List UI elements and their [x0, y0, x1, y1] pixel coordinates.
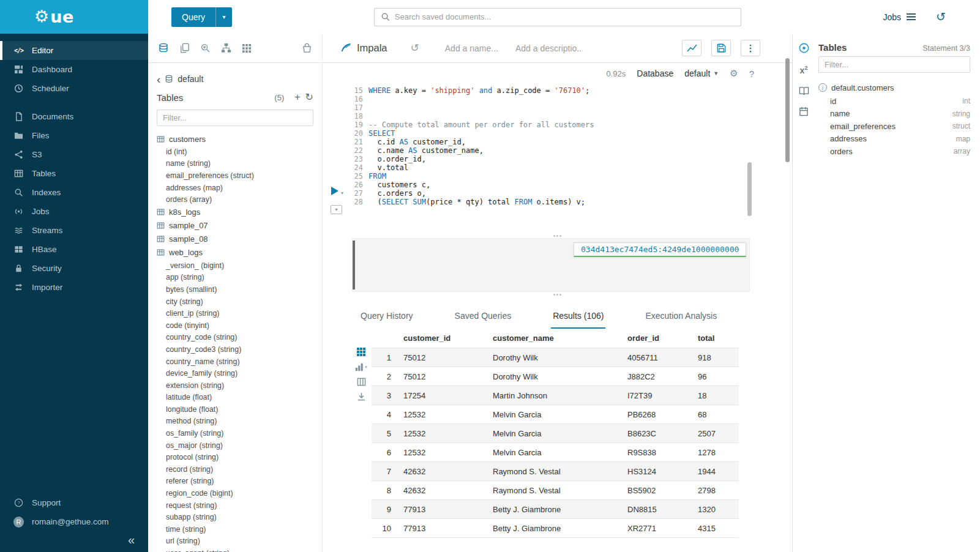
query-description-field[interactable]: Add a descriptio...: [515, 43, 583, 53]
table-row[interactable]: 9 77913 Betty J. Giambrone DN8815 1320: [372, 500, 739, 519]
assist-item[interactable]: record (string): [157, 463, 313, 476]
add-table-icon[interactable]: +: [294, 92, 300, 102]
active-table[interactable]: i default.customers: [818, 80, 970, 95]
assist-item[interactable]: city (string): [157, 296, 313, 308]
right-panel-filter-input[interactable]: [818, 56, 970, 73]
table-row[interactable]: 7 42632 Raymond S. Vestal HS3124 1944: [372, 462, 739, 481]
assist-item[interactable]: code (tinyint): [157, 319, 313, 332]
databases-icon[interactable]: [158, 43, 169, 54]
assist-item[interactable]: sample_07: [157, 219, 313, 233]
sidebar-item-indexes[interactable]: Indexes: [0, 183, 148, 202]
history-icon[interactable]: ↺: [936, 10, 946, 24]
sidebar-item-documents[interactable]: Documents: [0, 107, 148, 126]
assist-item[interactable]: country_name (string): [157, 356, 313, 368]
grid-icon[interactable]: [242, 43, 252, 53]
functions-icon[interactable]: x2: [800, 65, 808, 75]
database-select[interactable]: default ▼: [684, 69, 719, 78]
assist-item[interactable]: subapp (string): [157, 511, 313, 523]
assist-item[interactable]: country_code3 (string): [157, 343, 313, 356]
language-reference-icon[interactable]: [799, 86, 809, 95]
assist-item[interactable]: latitude (float): [157, 392, 313, 404]
assist-item[interactable]: time (string): [157, 523, 313, 535]
sidebar-item-security[interactable]: Security: [0, 259, 148, 278]
sidebar-collapse-icon[interactable]: «: [128, 533, 135, 547]
assist-item[interactable]: client_ip (string): [157, 307, 313, 319]
assist-item[interactable]: customers: [157, 132, 313, 146]
result-tab[interactable]: Query History: [359, 311, 415, 329]
assist-item[interactable]: email_preferences (struct): [157, 170, 313, 182]
hue-logo[interactable]: ⚙ ue: [0, 0, 148, 34]
sidebar-item-scheduler[interactable]: Scheduler: [0, 79, 148, 98]
chart-view-icon[interactable]: ▾: [355, 363, 367, 371]
sidebar-item-files[interactable]: Files: [0, 126, 148, 145]
sidebar-item-hbase[interactable]: HBase: [0, 240, 148, 259]
result-tab[interactable]: Results (106): [551, 311, 605, 329]
sidebar-item-s3[interactable]: S3: [0, 145, 148, 164]
column-item[interactable]: orders array: [818, 145, 970, 158]
assist-item[interactable]: addresses (map): [157, 182, 313, 194]
assist-item[interactable]: device_family (string): [157, 367, 313, 379]
assist-item[interactable]: extension (string): [157, 379, 313, 392]
code-lines[interactable]: WHERE a.key = 'shipping' and a.zip_code …: [363, 84, 792, 233]
sidebar-item-dashboard[interactable]: Dashboard: [0, 60, 148, 79]
table-row[interactable]: 6 12532 Melvin Garcia R9S838 1278: [372, 443, 739, 462]
engine-selector[interactable]: Impala: [340, 42, 387, 54]
assist-item[interactable]: os_family (string): [157, 427, 313, 439]
code-editor[interactable]: ▾ ▾ 1516171819202122232425262728 WHERE a…: [323, 84, 792, 233]
basket-icon[interactable]: [302, 43, 312, 53]
assist-item[interactable]: os_major (string): [157, 439, 313, 452]
sidebar-item-tables[interactable]: Tables: [0, 164, 148, 183]
assist-item[interactable]: method (string): [157, 416, 313, 428]
help-icon[interactable]: ?: [749, 69, 754, 79]
chevron-down-icon[interactable]: ▾: [216, 13, 232, 20]
execute-options-caret[interactable]: ▾: [341, 190, 343, 196]
sidebar-item-jobs[interactable]: Jobs: [0, 202, 148, 221]
assist-item[interactable]: k8s_logs: [157, 206, 313, 219]
editor-scrollbar[interactable]: [747, 162, 752, 216]
assist-item[interactable]: protocol (string): [157, 451, 313, 463]
assist-item[interactable]: longitude (float): [157, 403, 313, 416]
assist-item[interactable]: orders (array): [157, 193, 313, 206]
info-icon[interactable]: i: [818, 83, 827, 92]
download-icon[interactable]: [357, 392, 366, 401]
search-input[interactable]: [395, 12, 735, 21]
sidebar-item-importer[interactable]: Importer: [0, 278, 148, 297]
user-account[interactable]: R romain@gethue.com: [0, 512, 148, 531]
table-row[interactable]: 5 12532 Melvin Garcia B8623C 2507: [372, 424, 739, 443]
assist-item[interactable]: country_code (string): [157, 332, 313, 344]
columns-view-icon[interactable]: [357, 378, 366, 386]
table-row[interactable]: 10 77913 Betty J. Giambrone XR2771 4315: [372, 519, 739, 538]
assist-item[interactable]: name (string): [157, 158, 313, 170]
table-row[interactable]: 1 75012 Dorothy Wilk 4056711 918: [372, 348, 739, 367]
assist-item[interactable]: bytes (smallint): [157, 283, 313, 296]
assist-item[interactable]: app (string): [157, 272, 313, 284]
assist-item[interactable]: request (string): [157, 499, 313, 512]
assist-item[interactable]: web_logs: [157, 246, 313, 259]
resize-handle[interactable]: [323, 292, 792, 297]
zoom-plus-icon[interactable]: [200, 43, 211, 53]
resize-handle[interactable]: [323, 233, 792, 238]
limit-selector[interactable]: ▾: [331, 205, 342, 214]
table-row[interactable]: 4 12532 Melvin Garcia PB6268 68: [372, 405, 739, 424]
column-item[interactable]: name string: [818, 108, 970, 121]
schedule-calendar-icon[interactable]: [799, 106, 809, 116]
assist-item[interactable]: id (int): [157, 146, 313, 158]
assist-item[interactable]: user_agent (string): [157, 547, 313, 552]
column-item[interactable]: id int: [818, 95, 970, 108]
assist-item[interactable]: referer (string): [157, 476, 313, 488]
column-item[interactable]: email_preferences struct: [818, 120, 970, 133]
support-link[interactable]: ? Support: [0, 493, 148, 512]
result-tab[interactable]: Execution Analysis: [643, 311, 719, 329]
assist-item[interactable]: _version_ (bigint): [157, 259, 313, 272]
table-row[interactable]: 3 17254 Martin Johnson I72T39 18: [372, 386, 739, 405]
sidebar-item-streams[interactable]: Streams: [0, 221, 148, 240]
new-query-button[interactable]: Query ▾: [171, 7, 232, 27]
sidebar-item-editor[interactable]: </> Editor: [0, 41, 148, 60]
gear-icon[interactable]: ⚙: [730, 68, 738, 79]
assist-item[interactable]: sample_08: [157, 233, 313, 246]
assist-item[interactable]: url (string): [157, 535, 313, 548]
table-row[interactable]: 8 42632 Raymond S. Vestal BS5902 2798: [372, 481, 739, 500]
execute-play-button[interactable]: [331, 187, 339, 195]
column-item[interactable]: addresses map: [818, 133, 970, 146]
chevron-left-icon[interactable]: ‹: [157, 73, 160, 85]
